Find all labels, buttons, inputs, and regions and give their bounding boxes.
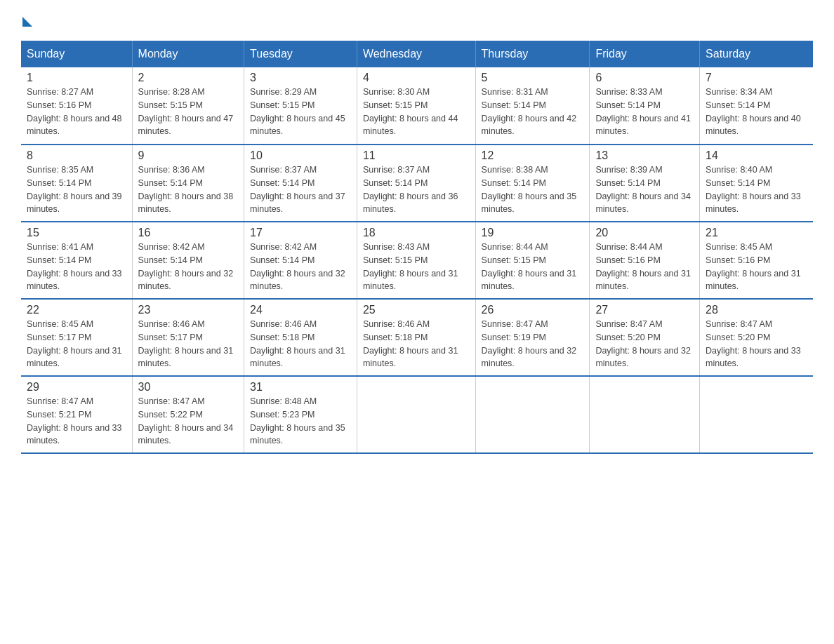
daylight-label: Daylight: 8 hours and 33 minutes. — [706, 192, 801, 215]
sunset-label: Sunset: 5:15 PM — [250, 100, 315, 110]
sunset-label: Sunset: 5:20 PM — [706, 333, 770, 342]
daylight-label: Daylight: 8 hours and 34 minutes. — [595, 192, 691, 215]
sunset-label: Sunset: 5:17 PM — [27, 333, 91, 342]
sunset-label: Sunset: 5:18 PM — [250, 333, 315, 342]
calendar-day-cell: 23 Sunrise: 8:46 AM Sunset: 5:17 PM Dayl… — [132, 299, 244, 376]
calendar-day-cell: 14 Sunrise: 8:40 AM Sunset: 5:14 PM Dayl… — [700, 145, 813, 222]
day-info: Sunrise: 8:28 AM Sunset: 5:15 PM Dayligh… — [138, 86, 238, 138]
calendar-day-cell: 9 Sunrise: 8:36 AM Sunset: 5:14 PM Dayli… — [132, 145, 244, 222]
sunrise-label: Sunrise: 8:37 AM — [363, 165, 430, 175]
sunrise-label: Sunrise: 8:46 AM — [138, 319, 205, 329]
sunrise-label: Sunrise: 8:47 AM — [595, 319, 662, 329]
day-number: 22 — [27, 304, 126, 316]
calendar-day-cell: 24 Sunrise: 8:46 AM Sunset: 5:18 PM Dayl… — [244, 299, 357, 376]
sunset-label: Sunset: 5:17 PM — [138, 333, 203, 342]
calendar-day-cell: 31 Sunrise: 8:48 AM Sunset: 5:23 PM Dayl… — [244, 376, 357, 453]
calendar-day-cell: 12 Sunrise: 8:38 AM Sunset: 5:14 PM Dayl… — [475, 145, 590, 222]
sunrise-label: Sunrise: 8:40 AM — [706, 165, 772, 175]
daylight-label: Daylight: 8 hours and 31 minutes. — [250, 346, 345, 369]
day-info: Sunrise: 8:45 AM Sunset: 5:16 PM Dayligh… — [706, 241, 807, 293]
sunrise-label: Sunrise: 8:37 AM — [250, 165, 317, 175]
daylight-label: Daylight: 8 hours and 32 minutes. — [250, 269, 345, 292]
sunrise-label: Sunrise: 8:29 AM — [250, 87, 317, 97]
sunset-label: Sunset: 5:15 PM — [363, 100, 428, 110]
day-info: Sunrise: 8:37 AM Sunset: 5:14 PM Dayligh… — [250, 163, 351, 216]
calendar-day-cell: 13 Sunrise: 8:39 AM Sunset: 5:14 PM Dayl… — [590, 145, 700, 222]
calendar-day-cell: 1 Sunrise: 8:27 AM Sunset: 5:16 PM Dayli… — [21, 67, 132, 145]
calendar-day-cell — [475, 376, 590, 453]
day-info: Sunrise: 8:37 AM Sunset: 5:14 PM Dayligh… — [363, 163, 470, 216]
day-of-week-header: Wednesday — [357, 41, 475, 67]
day-number: 5 — [482, 72, 584, 84]
day-number: 11 — [363, 149, 470, 162]
sunrise-label: Sunrise: 8:44 AM — [482, 242, 548, 252]
logo-arrow-icon — [22, 17, 32, 27]
sunset-label: Sunset: 5:14 PM — [27, 178, 91, 188]
logo — [21, 14, 32, 27]
calendar-day-cell: 17 Sunrise: 8:42 AM Sunset: 5:14 PM Dayl… — [244, 222, 357, 299]
day-info: Sunrise: 8:29 AM Sunset: 5:15 PM Dayligh… — [250, 86, 351, 138]
day-number: 31 — [250, 381, 351, 394]
sunset-label: Sunset: 5:14 PM — [250, 178, 315, 188]
daylight-label: Daylight: 8 hours and 31 minutes. — [138, 346, 234, 369]
daylight-label: Daylight: 8 hours and 31 minutes. — [595, 269, 691, 292]
day-info: Sunrise: 8:44 AM Sunset: 5:15 PM Dayligh… — [482, 241, 584, 293]
day-number: 29 — [27, 381, 126, 394]
sunset-label: Sunset: 5:15 PM — [482, 255, 546, 265]
sunset-label: Sunset: 5:16 PM — [27, 100, 91, 110]
sunset-label: Sunset: 5:15 PM — [363, 255, 428, 265]
day-number: 20 — [595, 227, 694, 239]
daylight-label: Daylight: 8 hours and 31 minutes. — [363, 269, 458, 292]
calendar-day-cell: 21 Sunrise: 8:45 AM Sunset: 5:16 PM Dayl… — [700, 222, 813, 299]
sunrise-label: Sunrise: 8:48 AM — [250, 396, 317, 406]
daylight-label: Daylight: 8 hours and 33 minutes. — [27, 269, 122, 292]
calendar-day-cell: 11 Sunrise: 8:37 AM Sunset: 5:14 PM Dayl… — [357, 145, 475, 222]
day-info: Sunrise: 8:46 AM Sunset: 5:18 PM Dayligh… — [250, 318, 351, 370]
day-of-week-header: Friday — [590, 41, 700, 67]
sunset-label: Sunset: 5:15 PM — [138, 100, 203, 110]
calendar-day-cell: 7 Sunrise: 8:34 AM Sunset: 5:14 PM Dayli… — [700, 67, 813, 145]
day-info: Sunrise: 8:27 AM Sunset: 5:16 PM Dayligh… — [27, 86, 126, 138]
daylight-label: Daylight: 8 hours and 44 minutes. — [363, 114, 458, 137]
sunrise-label: Sunrise: 8:45 AM — [27, 319, 93, 329]
sunset-label: Sunset: 5:14 PM — [595, 178, 660, 188]
day-info: Sunrise: 8:46 AM Sunset: 5:17 PM Dayligh… — [138, 318, 238, 370]
day-number: 4 — [363, 72, 470, 84]
day-number: 1 — [27, 72, 126, 84]
daylight-label: Daylight: 8 hours and 45 minutes. — [250, 114, 345, 137]
calendar-week-row: 15 Sunrise: 8:41 AM Sunset: 5:14 PM Dayl… — [21, 222, 813, 299]
calendar-day-cell: 22 Sunrise: 8:45 AM Sunset: 5:17 PM Dayl… — [21, 299, 132, 376]
calendar-day-cell: 15 Sunrise: 8:41 AM Sunset: 5:14 PM Dayl… — [21, 222, 132, 299]
calendar-day-cell: 5 Sunrise: 8:31 AM Sunset: 5:14 PM Dayli… — [475, 67, 590, 145]
sunrise-label: Sunrise: 8:47 AM — [706, 319, 772, 329]
day-info: Sunrise: 8:38 AM Sunset: 5:14 PM Dayligh… — [482, 163, 584, 216]
calendar-day-cell: 16 Sunrise: 8:42 AM Sunset: 5:14 PM Dayl… — [132, 222, 244, 299]
day-number: 25 — [363, 304, 470, 316]
sunset-label: Sunset: 5:14 PM — [363, 178, 428, 188]
calendar-day-cell: 18 Sunrise: 8:43 AM Sunset: 5:15 PM Dayl… — [357, 222, 475, 299]
sunset-label: Sunset: 5:16 PM — [706, 255, 770, 265]
day-of-week-header: Saturday — [700, 41, 813, 67]
day-info: Sunrise: 8:35 AM Sunset: 5:14 PM Dayligh… — [27, 163, 126, 216]
sunset-label: Sunset: 5:14 PM — [706, 178, 770, 188]
sunrise-label: Sunrise: 8:43 AM — [363, 242, 430, 252]
day-number: 17 — [250, 227, 351, 239]
day-number: 15 — [27, 227, 126, 239]
day-info: Sunrise: 8:42 AM Sunset: 5:14 PM Dayligh… — [250, 241, 351, 293]
sunrise-label: Sunrise: 8:36 AM — [138, 165, 205, 175]
day-number: 10 — [250, 149, 351, 162]
sunrise-label: Sunrise: 8:30 AM — [363, 87, 430, 97]
calendar-day-cell — [357, 376, 475, 453]
sunset-label: Sunset: 5:14 PM — [27, 255, 91, 265]
day-number: 9 — [138, 149, 238, 162]
calendar-table: SundayMondayTuesdayWednesdayThursdayFrid… — [21, 41, 813, 454]
day-number: 30 — [138, 381, 238, 394]
daylight-label: Daylight: 8 hours and 37 minutes. — [250, 192, 345, 215]
day-number: 2 — [138, 72, 238, 84]
sunset-label: Sunset: 5:14 PM — [595, 100, 660, 110]
day-info: Sunrise: 8:34 AM Sunset: 5:14 PM Dayligh… — [706, 86, 807, 138]
sunrise-label: Sunrise: 8:39 AM — [595, 165, 662, 175]
day-info: Sunrise: 8:43 AM Sunset: 5:15 PM Dayligh… — [363, 241, 470, 293]
sunrise-label: Sunrise: 8:45 AM — [706, 242, 772, 252]
calendar-day-cell: 2 Sunrise: 8:28 AM Sunset: 5:15 PM Dayli… — [132, 67, 244, 145]
